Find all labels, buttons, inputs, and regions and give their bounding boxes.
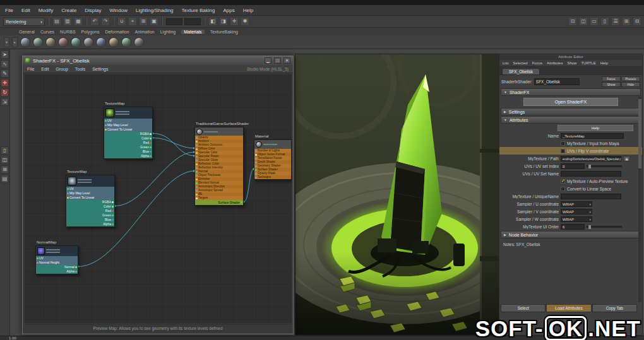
sampler-w-dropdown[interactable]: WRAP bbox=[561, 216, 592, 222]
node-output-port[interactable]: Blue bbox=[66, 218, 114, 222]
menu-item-lighting-shading[interactable]: Lighting/Shading bbox=[136, 8, 174, 13]
ae-menu-help[interactable]: Help bbox=[600, 61, 608, 65]
shelf-material-icon[interactable] bbox=[121, 37, 131, 47]
node-output-port[interactable]: RGBA bbox=[66, 200, 114, 204]
shelf-material-icon[interactable] bbox=[71, 37, 81, 47]
open-scene-icon[interactable]: ▥ bbox=[63, 17, 72, 26]
menu-item-file[interactable]: File bbox=[5, 8, 13, 13]
maximize-icon[interactable]: □ bbox=[274, 57, 281, 64]
coordinate-field[interactable] bbox=[166, 18, 182, 25]
help-button[interactable]: Help bbox=[558, 125, 633, 131]
node-output-port[interactable]: Normal bbox=[36, 265, 78, 269]
shaderfx-titlebar[interactable]: ShaderFX - SFX_Obelisk ▁ □ ✕ bbox=[23, 56, 293, 65]
node-input-port[interactable]: Technique bbox=[254, 175, 291, 179]
coordinate-field[interactable] bbox=[184, 18, 201, 25]
ae-menu-focus[interactable]: Focus bbox=[532, 61, 542, 65]
section-node-behavior[interactable]: ▶ Node Behavior bbox=[501, 231, 641, 238]
channel-box-toggle-icon[interactable]: ▭ bbox=[590, 17, 599, 26]
move-tool-icon[interactable]: ✛ bbox=[1, 79, 9, 87]
shelf-material-icon[interactable] bbox=[20, 37, 30, 47]
shelf-tab-lighting[interactable]: Lighting bbox=[160, 30, 176, 34]
sampler-v-dropdown[interactable]: WRAP bbox=[561, 209, 592, 214]
shaderfx-menu-edit[interactable]: Edit bbox=[41, 67, 49, 71]
shelf-tab-deformation[interactable]: Deformation bbox=[105, 30, 129, 34]
sampler-u-dropdown[interactable]: WRAP bbox=[561, 201, 592, 207]
input-from-maya-checkbox[interactable] bbox=[561, 141, 565, 146]
minimize-icon[interactable]: ▁ bbox=[265, 57, 271, 64]
grid-toggle-icon[interactable]: ⊞ bbox=[622, 17, 631, 26]
focus-button[interactable]: Focus bbox=[602, 76, 621, 81]
shelf-tab-animation[interactable]: Animation bbox=[135, 30, 155, 34]
texture-path-field[interactable]: ending/Dorito/textures/Obelisk_Specular.… bbox=[561, 156, 621, 161]
ae-menu-turtle[interactable]: TURTLE bbox=[581, 61, 595, 65]
node-output-port[interactable]: Color bbox=[104, 136, 152, 141]
ae-menu-list[interactable]: List bbox=[503, 61, 508, 65]
uv-set-index-field[interactable]: 0 bbox=[561, 163, 585, 169]
ui-order-slider[interactable] bbox=[587, 226, 622, 228]
select-tool-icon[interactable]: ➤ bbox=[1, 50, 9, 59]
outliner-toggle-icon[interactable]: ☰ bbox=[611, 17, 620, 26]
paint-effects-icon[interactable]: ✱ bbox=[241, 17, 249, 26]
node-input-port[interactable]: Mip Map Level bbox=[66, 191, 114, 196]
shelf-material-icon[interactable] bbox=[96, 37, 106, 47]
node-output-port[interactable]: Surface Shader bbox=[195, 200, 243, 205]
lasso-tool-icon[interactable]: ∿ bbox=[1, 60, 9, 68]
menu-item-display[interactable]: Display bbox=[85, 8, 101, 13]
section-shaderfx[interactable]: ▼ ShaderFX bbox=[501, 88, 641, 96]
rotate-tool-icon[interactable]: ↻ bbox=[1, 88, 9, 97]
layout-outliner-icon[interactable]: ▤ bbox=[1, 175, 9, 183]
name-field[interactable]: _TextureMap bbox=[561, 133, 624, 139]
section-attributes[interactable]: ▼ Attributes bbox=[501, 116, 641, 124]
menu-item-window[interactable]: Window bbox=[110, 8, 128, 13]
node-input-port[interactable]: UV bbox=[36, 256, 78, 261]
ae-menu-attributes[interactable]: Attributes bbox=[547, 61, 563, 65]
node-output-port[interactable]: Red bbox=[104, 141, 152, 145]
browse-folder-icon[interactable]: ▣ bbox=[623, 156, 630, 161]
menuset-dropdown[interactable]: Rendering ▾ bbox=[3, 18, 45, 26]
shader-name-field[interactable]: SFX_Obelisk bbox=[534, 78, 580, 85]
node-texturemap-2[interactable]: TextureMap UV Mip Map Level Convert To L… bbox=[66, 175, 115, 227]
shaderfx-menu-tools[interactable]: Tools bbox=[75, 67, 85, 71]
auto-preview-checkbox[interactable] bbox=[561, 179, 565, 184]
tab-sfx-obelisk[interactable]: SFX_Obelisk bbox=[502, 68, 540, 74]
copy-tab-button[interactable]: Copy Tab bbox=[592, 304, 637, 312]
render-icon[interactable]: ◧ bbox=[208, 17, 217, 26]
uv-set-index-slider[interactable] bbox=[587, 165, 622, 167]
shaderfx-menu-group[interactable]: Group bbox=[56, 67, 68, 71]
uv-set-name-field[interactable] bbox=[561, 171, 621, 177]
open-shaderfx-button[interactable]: Open ShaderFX bbox=[523, 98, 618, 106]
menu-item-help[interactable]: Help bbox=[243, 8, 253, 13]
panel-toggle-icon[interactable]: ⊟ bbox=[633, 17, 641, 26]
node-material[interactable]: Material Number of Lights Object Vertex … bbox=[254, 139, 292, 180]
ui-order-field[interactable]: 6 bbox=[561, 224, 585, 230]
viewport-panel[interactable] bbox=[295, 54, 499, 336]
shelf-tab-general[interactable]: General bbox=[19, 30, 35, 34]
snap-surface-icon[interactable]: ▣ bbox=[150, 17, 158, 26]
tool-settings-toggle-icon[interactable]: ◫ bbox=[579, 17, 588, 26]
shelf-material-icon[interactable] bbox=[83, 37, 93, 47]
shelf-switch-icon[interactable]: ▸ bbox=[12, 37, 18, 47]
shelf-material-icon[interactable] bbox=[33, 37, 43, 47]
menu-item-apps[interactable]: Apps bbox=[223, 8, 234, 13]
layout-four-pane-icon[interactable]: ⊞ bbox=[1, 165, 9, 173]
node-output-port[interactable]: Green bbox=[66, 213, 114, 218]
shelf-tab-materials[interactable]: Materials bbox=[181, 30, 204, 34]
node-texturemap-1[interactable]: TextureMap UV Mip Map Level Convert To L… bbox=[104, 107, 153, 159]
node-input-port[interactable]: Normal Height bbox=[36, 261, 78, 265]
vertical-scrollbar[interactable] bbox=[638, 97, 641, 302]
menu-item-texture-baking[interactable]: Texture Baking bbox=[182, 8, 215, 13]
show-button[interactable]: Show bbox=[602, 82, 621, 87]
ae-menu-show[interactable]: Show bbox=[567, 61, 576, 65]
flip-v-checkbox[interactable] bbox=[561, 149, 565, 153]
node-output-port[interactable]: Blue bbox=[104, 149, 152, 154]
hide-button[interactable]: Hide bbox=[621, 82, 640, 87]
node-graph-canvas[interactable]: TextureMap UV Mip Map Level Convert To L… bbox=[24, 74, 292, 323]
node-input-port[interactable]: Convert To Linear bbox=[66, 196, 114, 200]
node-input-port[interactable]: UV bbox=[104, 119, 152, 123]
convert-linear-checkbox[interactable] bbox=[561, 187, 565, 191]
paint-select-tool-icon[interactable]: ✎ bbox=[1, 69, 9, 78]
node-input-port[interactable]: Mip Map Level bbox=[104, 123, 152, 127]
shaderfx-menu-file[interactable]: File bbox=[27, 67, 34, 71]
node-input-port[interactable]: UV bbox=[66, 187, 114, 191]
ipr-render-icon[interactable]: ◨ bbox=[219, 17, 228, 26]
